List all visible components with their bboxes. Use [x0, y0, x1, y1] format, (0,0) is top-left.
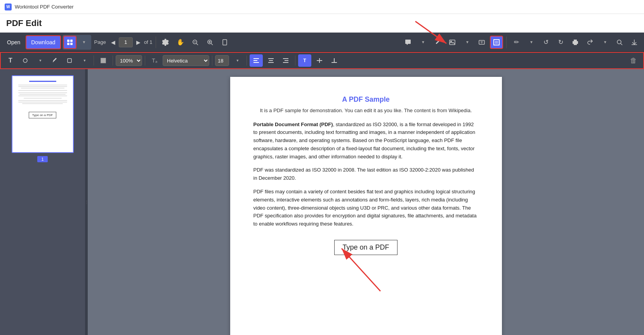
divider-2	[506, 36, 507, 48]
delete-button[interactable]: 🗑	[627, 54, 640, 67]
svg-rect-27	[285, 60, 288, 61]
svg-line-10	[211, 43, 213, 45]
pen-tool-button[interactable]	[431, 36, 444, 49]
valign-top-button[interactable]: T	[298, 54, 311, 67]
svg-rect-20	[253, 58, 259, 59]
share-dropdown-button[interactable]: ▼	[598, 36, 611, 49]
font-size-dropdown-button[interactable]: ▼	[231, 54, 244, 67]
zoom-select[interactable]: 100%	[116, 55, 142, 66]
print-button[interactable]	[569, 36, 582, 49]
thumbnail-label: 1	[37, 156, 47, 162]
thumbnail-panel: Type on a PDF 1	[0, 69, 85, 335]
type-on-pdf-box[interactable]: Type on a PDF	[334, 240, 397, 255]
share-button[interactable]	[583, 36, 597, 49]
svg-rect-0	[67, 40, 69, 42]
select-tool-button[interactable]	[490, 36, 503, 49]
pdf-paragraph-3: PDF files may contain a variety of conte…	[253, 188, 479, 228]
grid-view-button[interactable]	[63, 36, 76, 49]
zoom-out-button[interactable]	[189, 36, 202, 49]
page-number-input[interactable]	[119, 37, 133, 47]
svg-rect-24	[269, 60, 273, 61]
pdf-body: Portable Document Format (PDF), standard…	[253, 121, 479, 229]
format-divider-2	[113, 56, 113, 66]
title-bar: W Workintool PDF Converter	[0, 0, 644, 14]
svg-line-6	[196, 43, 198, 45]
search-toolbar-button[interactable]	[613, 36, 626, 49]
page-total: of 1	[144, 39, 153, 45]
bg-color-button[interactable]	[97, 54, 110, 67]
svg-rect-30	[317, 60, 322, 61]
pdf-page-1: A PDF Sample It is a PDF sample for demo…	[230, 77, 502, 335]
pdf-paragraph-2: PDF was standardized as ISO 32000 in 200…	[253, 166, 479, 182]
view-mode-group: ▼	[62, 35, 91, 50]
svg-point-18	[23, 59, 27, 62]
thumbnail-page-1[interactable]: Type on a PDF	[12, 75, 74, 153]
valign-middle-button[interactable]	[313, 54, 326, 67]
pdf-subtitle: It is a PDF sample for demonstration. Yo…	[253, 107, 479, 115]
format-divider-3	[145, 56, 145, 66]
format-divider-5	[246, 56, 247, 66]
format-divider-1	[94, 56, 94, 66]
text-box-button[interactable]	[475, 36, 488, 49]
pdf-paragraph-1: Portable Document Format (PDF), standard…	[253, 121, 479, 161]
fit-page-button[interactable]	[218, 36, 231, 49]
svg-rect-1	[70, 40, 73, 42]
svg-rect-32	[334, 58, 335, 62]
image-insert-button[interactable]	[446, 36, 459, 49]
shape-circle-button[interactable]	[19, 54, 32, 67]
svg-rect-23	[268, 58, 274, 59]
font-size-input[interactable]	[215, 55, 229, 66]
svg-rect-21	[253, 60, 257, 61]
app-logo: W	[5, 3, 12, 10]
text-type-button[interactable]: T	[4, 54, 17, 67]
prev-page-button[interactable]: ◀	[109, 38, 117, 46]
settings-button[interactable]	[159, 36, 172, 49]
format-toolbar: T ▼ ▼ 100% Tₐ Helvetica ▼	[0, 52, 644, 69]
comment-dropdown-button[interactable]: ▼	[416, 36, 429, 49]
page-navigation: ◀ ▶ of 1	[109, 37, 153, 47]
shape-dropdown-button[interactable]: ▼	[33, 54, 47, 67]
valign-bottom-button[interactable]	[328, 54, 341, 67]
pen-dropdown-button[interactable]: ▼	[524, 36, 538, 49]
fill-button[interactable]	[48, 54, 61, 67]
align-right-button[interactable]	[279, 54, 292, 67]
svg-rect-19	[68, 59, 71, 62]
divider-1	[156, 36, 156, 48]
svg-rect-3	[70, 43, 73, 45]
format-divider-4	[212, 56, 212, 66]
app-title: Workintool PDF Converter	[15, 4, 73, 10]
svg-rect-31	[332, 62, 337, 63]
svg-rect-22	[253, 62, 259, 63]
redo-button[interactable]: ↻	[554, 36, 567, 49]
download-button[interactable]: Download	[26, 35, 61, 49]
stroke-button[interactable]	[63, 54, 76, 67]
download-right-button[interactable]	[628, 36, 641, 49]
stroke-dropdown-button[interactable]: ▼	[78, 54, 91, 67]
font-label-button: Tₐ	[148, 54, 161, 67]
view-dropdown-button[interactable]: ▼	[77, 36, 90, 49]
content-area: Type on a PDF 1 ⋮ A PDF Sample It is a P…	[0, 69, 644, 335]
zoom-in-button[interactable]	[203, 36, 217, 49]
svg-line-17	[621, 43, 622, 45]
pdf-view-area[interactable]: A PDF Sample It is a PDF sample for demo…	[88, 69, 644, 335]
svg-rect-28	[283, 62, 288, 63]
image-dropdown-button[interactable]: ▼	[460, 36, 474, 49]
svg-rect-11	[223, 40, 227, 45]
page-label: Page	[94, 39, 106, 45]
page-title-bar: PDF Edit	[0, 14, 644, 33]
svg-rect-26	[283, 58, 288, 59]
page-title: PDF Edit	[6, 18, 42, 28]
open-button[interactable]: Open	[3, 35, 24, 49]
pen-draw-button[interactable]: ✏	[510, 36, 523, 49]
align-left-button[interactable]	[250, 54, 263, 67]
hand-tool-button[interactable]: ✋	[174, 36, 187, 49]
main-toolbar: Open Download ▼ Page ◀ ▶ of 1 ✋	[0, 33, 644, 52]
comment-button[interactable]	[401, 36, 415, 49]
next-page-button[interactable]: ▶	[134, 38, 142, 46]
pdf-title: A PDF Sample	[253, 95, 479, 104]
svg-rect-2	[67, 43, 69, 45]
svg-point-16	[617, 40, 621, 44]
undo-button[interactable]: ↺	[539, 36, 552, 49]
align-center-button[interactable]	[264, 54, 278, 67]
font-family-select[interactable]: Helvetica	[163, 55, 209, 66]
